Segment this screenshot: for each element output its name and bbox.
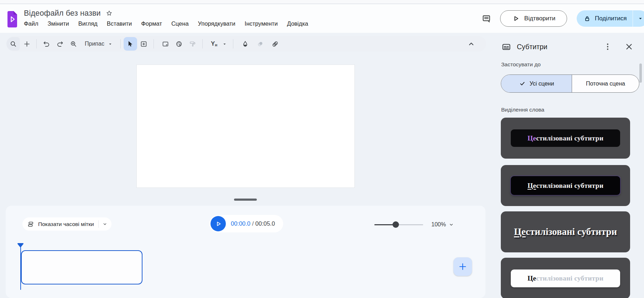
search-tool-button[interactable] — [6, 37, 20, 51]
zoom-in-button[interactable] — [67, 37, 80, 51]
share-label: Поділитися — [595, 15, 627, 22]
search-icon — [10, 40, 17, 48]
text-style-select[interactable]: Y н — [206, 40, 230, 47]
menu-bar: Файл Змінити Вигляд Вставити Формат Сцен… — [24, 20, 308, 27]
fill-color-button[interactable] — [238, 37, 252, 51]
duplicate-circles-icon — [256, 40, 264, 48]
theme-colors-button[interactable] — [172, 37, 186, 51]
toolbar-divider — [202, 39, 203, 48]
panel-resize-handle[interactable] — [234, 199, 257, 201]
toolbar-divider — [154, 39, 154, 48]
word-highlight-label: Виділення слова — [501, 107, 544, 113]
insert-tool-button[interactable] — [20, 37, 33, 51]
share-menu-arrow[interactable] — [633, 10, 644, 27]
subtitle-style-option-2[interactable]: Це стилізовані субтитри — [501, 165, 630, 206]
panel-menu-icon[interactable] — [603, 42, 612, 51]
window-top-strip — [0, 0, 644, 4]
lock-icon — [583, 15, 591, 22]
add-text-box-icon — [140, 40, 147, 48]
subtitle-preview: Це стилізовані субтитри — [511, 129, 620, 147]
redo-icon — [56, 40, 64, 48]
font-style-icon: Y н — [206, 40, 219, 47]
font-style-main-letter: Y — [211, 40, 215, 47]
show-timestamps-toggle[interactable]: Показати часові мітки — [22, 217, 111, 231]
zoom-percent: 100% — [431, 221, 446, 228]
frame-icon — [162, 40, 169, 48]
timeline-play-button[interactable] — [211, 216, 226, 231]
zoom-in-icon — [70, 40, 77, 48]
toolbar-divider — [233, 39, 233, 48]
motion-rings-icon — [271, 40, 279, 48]
subtitle-preview: Це стилізовані субтитри — [511, 269, 620, 287]
paint-roller-icon — [189, 40, 196, 48]
subtitle-style-option-3[interactable]: Це стилізовані субтитри — [501, 211, 630, 252]
add-scene-button[interactable] — [453, 257, 472, 276]
menu-help[interactable]: Довідка — [287, 20, 308, 27]
star-icon[interactable] — [105, 10, 113, 17]
time-separator: / — [250, 220, 255, 227]
subtitle-style-option-4[interactable]: Це стилізовані субтитри — [501, 258, 630, 298]
vids-logo-icon[interactable] — [7, 11, 17, 27]
menu-edit[interactable]: Змінити — [48, 20, 69, 27]
current-time: 00:00.0 — [231, 220, 250, 227]
document-title[interactable]: Відеофайл без назви — [24, 9, 101, 18]
playback-control: 00:00.0 / 00:05.0 — [209, 215, 283, 232]
menu-arrange[interactable]: Упорядкувати — [198, 20, 235, 27]
collapse-toolbar-icon[interactable] — [467, 40, 476, 48]
plus-icon — [23, 40, 31, 48]
frame-tool-button[interactable] — [159, 37, 172, 51]
segment-all-scenes[interactable]: Усі сцени — [501, 75, 572, 92]
current-scene-label: Поточна сцена — [586, 81, 625, 87]
play-outline-icon — [214, 220, 222, 228]
subtitle-style-option-1[interactable]: Це стилізовані субтитри — [501, 118, 630, 159]
chevron-down-icon — [102, 221, 108, 227]
check-icon — [519, 80, 526, 87]
plus-icon — [458, 262, 467, 271]
undo-button[interactable] — [40, 37, 53, 51]
menu-insert[interactable]: Вставити — [107, 20, 132, 27]
app-header: Відеофайл без назви Файл Змінити Вигляд … — [0, 4, 644, 33]
caret-down-icon — [222, 41, 227, 47]
menu-view[interactable]: Вигляд — [78, 20, 98, 27]
animation-tool-button[interactable] — [268, 37, 282, 51]
timestamps-dropdown-arrow[interactable] — [99, 221, 111, 227]
menu-file[interactable]: Файл — [24, 20, 38, 27]
zoom-fit-select[interactable]: Припас — [80, 41, 118, 47]
toolbar-divider — [36, 39, 37, 48]
close-panel-icon[interactable] — [624, 42, 634, 51]
ink-drop-icon — [242, 40, 249, 48]
timeline-rows-icon — [27, 221, 34, 228]
subtitle-text: стилізовані субтитри — [536, 274, 603, 282]
play-outline-icon — [512, 15, 520, 22]
highlighted-word: Це — [514, 226, 526, 237]
menu-tools[interactable]: Інструменти — [245, 20, 278, 27]
highlighted-word: Це — [528, 134, 536, 142]
share-button[interactable]: Поділитися — [577, 10, 644, 27]
panel-title: Субтитри — [517, 43, 547, 51]
redo-button[interactable] — [53, 37, 67, 51]
menu-scene[interactable]: Сцена — [171, 20, 189, 27]
timeline-panel: Показати часові мітки 00:00.0 / 00:05.0 … — [6, 206, 485, 298]
scene-canvas[interactable] — [136, 65, 355, 188]
preview-play-button[interactable]: Відтворити — [500, 10, 567, 27]
shadow-tool-button[interactable] — [253, 37, 267, 51]
chevron-down-icon — [448, 222, 454, 227]
timeline-zoom-slider-thumb[interactable] — [393, 221, 399, 228]
subtitle-text: стилізовані субтитри — [526, 226, 617, 237]
toolbar: Припас — [6, 36, 486, 52]
timeline-zoom-select[interactable]: 100% — [431, 221, 454, 228]
scene-clip-selected[interactable] — [21, 250, 142, 284]
caret-down-icon — [108, 41, 113, 47]
comments-icon[interactable] — [482, 14, 491, 24]
text-box-tool-button[interactable] — [137, 37, 151, 51]
undo-icon — [43, 40, 50, 48]
paint-format-button[interactable] — [186, 37, 199, 51]
font-style-sub-letter: н — [215, 43, 217, 47]
select-tool-button[interactable] — [124, 37, 137, 51]
apply-to-label: Застосувати до — [501, 61, 541, 68]
palette-icon — [175, 40, 183, 48]
panel-scrollbar[interactable] — [639, 63, 642, 83]
subtitle-preview: Це стилізовані субтитри — [511, 176, 620, 195]
menu-format[interactable]: Формат — [141, 20, 162, 27]
segment-current-scene[interactable]: Поточна сцена — [572, 75, 639, 92]
